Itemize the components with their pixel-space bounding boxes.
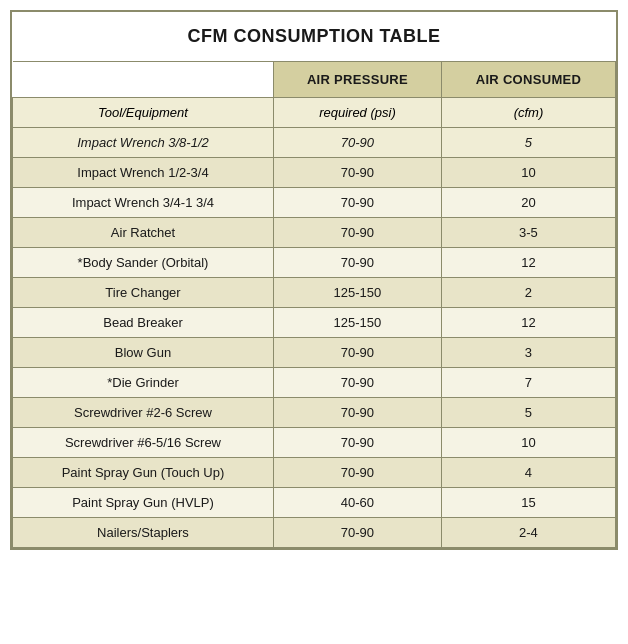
table-row: Blow Gun70-903 bbox=[13, 338, 616, 368]
subheader-tool: Tool/Equipment bbox=[13, 98, 274, 128]
col-header-tool bbox=[13, 62, 274, 98]
cell-pressure: 70-90 bbox=[273, 188, 441, 218]
cell-consumed: 2-4 bbox=[441, 518, 615, 548]
cell-tool: Impact Wrench 1/2-3/4 bbox=[13, 158, 274, 188]
table-row: Impact Wrench 1/2-3/470-9010 bbox=[13, 158, 616, 188]
col-header-pressure: AIR PRESSURE bbox=[273, 62, 441, 98]
cell-pressure: 70-90 bbox=[273, 428, 441, 458]
cell-tool: Paint Spray Gun (HVLP) bbox=[13, 488, 274, 518]
table-row: Screwdriver #6-5/16 Screw70-9010 bbox=[13, 428, 616, 458]
cell-consumed: 3-5 bbox=[441, 218, 615, 248]
cell-consumed: 4 bbox=[441, 458, 615, 488]
table-row: Air Ratchet70-903-5 bbox=[13, 218, 616, 248]
cell-consumed: 5 bbox=[441, 398, 615, 428]
cell-consumed: 10 bbox=[441, 158, 615, 188]
cell-pressure: 70-90 bbox=[273, 518, 441, 548]
cell-pressure: 70-90 bbox=[273, 338, 441, 368]
table-row: *Body Sander (Orbital)70-9012 bbox=[13, 248, 616, 278]
cell-consumed: 12 bbox=[441, 308, 615, 338]
cell-tool: Air Ratchet bbox=[13, 218, 274, 248]
subheader-pressure: required (psi) bbox=[273, 98, 441, 128]
cell-pressure: 70-90 bbox=[273, 368, 441, 398]
cell-tool: *Die Grinder bbox=[13, 368, 274, 398]
cell-tool: Screwdriver #6-5/16 Screw bbox=[13, 428, 274, 458]
cell-consumed: 15 bbox=[441, 488, 615, 518]
cell-tool: Impact Wrench 3/4-1 3/4 bbox=[13, 188, 274, 218]
cell-consumed: 12 bbox=[441, 248, 615, 278]
table-row: Tire Changer125-1502 bbox=[13, 278, 616, 308]
cell-consumed: 7 bbox=[441, 368, 615, 398]
table-row: Impact Wrench 3/4-1 3/470-9020 bbox=[13, 188, 616, 218]
cell-consumed: 5 bbox=[441, 128, 615, 158]
subheader-consumed: (cfm) bbox=[441, 98, 615, 128]
cell-tool: Blow Gun bbox=[13, 338, 274, 368]
cell-consumed: 20 bbox=[441, 188, 615, 218]
cell-consumed: 2 bbox=[441, 278, 615, 308]
cell-tool: Nailers/Staplers bbox=[13, 518, 274, 548]
cell-pressure: 70-90 bbox=[273, 248, 441, 278]
cfm-table: AIR PRESSURE AIR CONSUMED Tool/Equipment… bbox=[12, 61, 616, 548]
cell-pressure: 70-90 bbox=[273, 128, 441, 158]
cell-pressure: 70-90 bbox=[273, 158, 441, 188]
cell-consumed: 10 bbox=[441, 428, 615, 458]
subheader-row: Tool/Equipment required (psi) (cfm) bbox=[13, 98, 616, 128]
table-row: Paint Spray Gun (Touch Up)70-904 bbox=[13, 458, 616, 488]
cell-consumed: 3 bbox=[441, 338, 615, 368]
cell-pressure: 40-60 bbox=[273, 488, 441, 518]
table-row: Nailers/Staplers70-902-4 bbox=[13, 518, 616, 548]
cell-tool: Screwdriver #2-6 Screw bbox=[13, 398, 274, 428]
table-row: Screwdriver #2-6 Screw70-905 bbox=[13, 398, 616, 428]
cell-pressure: 70-90 bbox=[273, 218, 441, 248]
cell-pressure: 125-150 bbox=[273, 308, 441, 338]
cell-pressure: 70-90 bbox=[273, 458, 441, 488]
table-body: Impact Wrench 3/8-1/270-905Impact Wrench… bbox=[13, 128, 616, 548]
cell-tool: Paint Spray Gun (Touch Up) bbox=[13, 458, 274, 488]
cell-tool: Tire Changer bbox=[13, 278, 274, 308]
table-row: *Die Grinder70-907 bbox=[13, 368, 616, 398]
cfm-table-container: CFM CONSUMPTION TABLE AIR PRESSURE AIR C… bbox=[10, 10, 618, 550]
cell-tool: Bead Breaker bbox=[13, 308, 274, 338]
table-row: Impact Wrench 3/8-1/270-905 bbox=[13, 128, 616, 158]
cell-pressure: 70-90 bbox=[273, 398, 441, 428]
table-row: Paint Spray Gun (HVLP)40-6015 bbox=[13, 488, 616, 518]
cell-tool: Impact Wrench 3/8-1/2 bbox=[13, 128, 274, 158]
table-row: Bead Breaker125-15012 bbox=[13, 308, 616, 338]
cell-pressure: 125-150 bbox=[273, 278, 441, 308]
col-header-consumed: AIR CONSUMED bbox=[441, 62, 615, 98]
cell-tool: *Body Sander (Orbital) bbox=[13, 248, 274, 278]
table-title: CFM CONSUMPTION TABLE bbox=[12, 12, 616, 61]
